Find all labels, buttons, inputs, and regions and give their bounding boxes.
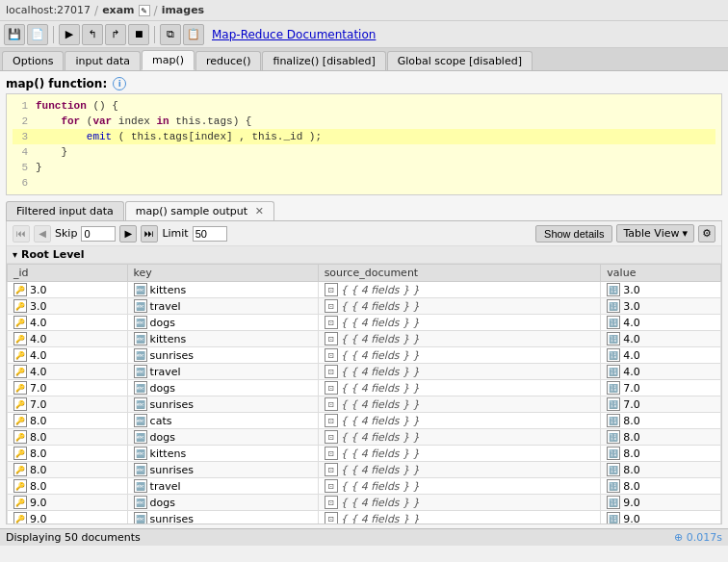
toolbar-stop-btn[interactable]: ⏹ xyxy=(128,24,149,45)
src-icon: ⊡ xyxy=(325,348,338,362)
src-icon: ⊡ xyxy=(325,299,338,313)
toolbar-save-btn[interactable]: 💾 xyxy=(4,24,25,45)
doc-icon: 🔑 xyxy=(13,365,27,378)
code-line-2: 2 for (var index in this.tags) { xyxy=(13,114,715,129)
root-level-bar: ▾ Root Level xyxy=(7,246,721,264)
data-table-container[interactable]: _id key source_document value 🔑3.0🔤kitte… xyxy=(7,264,721,524)
val-icon: 🔢 xyxy=(607,283,620,296)
collection-label: images xyxy=(162,4,205,16)
val-icon: 🔢 xyxy=(607,414,620,427)
doc-icon: 🔑 xyxy=(13,381,27,395)
toolbar-run-btn[interactable]: ▶ xyxy=(59,24,80,45)
toolbar-paste-btn[interactable]: 📋 xyxy=(183,24,204,45)
code-line-4: 4 } xyxy=(13,144,715,160)
src-icon: ⊡ xyxy=(325,283,338,296)
val-icon: 🔢 xyxy=(607,430,620,444)
table-row: 🔑4.0🔤sunrises⊡{ { 4 fields } }🔢4.0 xyxy=(8,347,721,364)
main-content: map() function: i 1 function () { 2 for … xyxy=(0,71,728,528)
code-line-1: 1 function () { xyxy=(13,98,715,114)
gear-button[interactable]: ⚙ xyxy=(698,225,715,243)
expand-icon[interactable]: ▾ xyxy=(13,249,17,260)
key-icon: 🔤 xyxy=(134,447,147,460)
next-page-btn[interactable]: ▶ xyxy=(119,225,137,243)
table-row: 🔑4.0🔤kittens⊡{ { 4 fields } }🔢4.0 xyxy=(8,331,721,347)
doc-icon: 🔑 xyxy=(13,299,27,313)
col-header-value[interactable]: value xyxy=(601,265,721,282)
tab-options[interactable]: Options xyxy=(2,51,64,70)
data-table: _id key source_document value 🔑3.0🔤kitte… xyxy=(7,264,721,524)
src-icon: ⊡ xyxy=(325,316,338,329)
last-page-btn[interactable]: ⏭ xyxy=(141,225,158,243)
val-icon: 🔢 xyxy=(607,299,620,313)
val-icon: 🔢 xyxy=(607,512,620,524)
key-icon: 🔤 xyxy=(134,332,147,345)
table-row: 🔑9.0🔤dogs⊡{ { 4 fields } }🔢9.0 xyxy=(8,495,721,511)
doc-icon: 🔑 xyxy=(13,414,27,427)
doc-icon: 🔑 xyxy=(13,447,27,460)
doc-icon: 🔑 xyxy=(13,332,27,345)
val-icon: 🔢 xyxy=(607,348,620,362)
key-icon: 🔤 xyxy=(134,283,147,296)
doc-icon: 🔑 xyxy=(13,283,27,296)
table-row: 🔑4.0🔤dogs⊡{ { 4 fields } }🔢4.0 xyxy=(8,315,721,331)
col-header-id[interactable]: _id xyxy=(8,265,128,282)
doc-icon: 🔑 xyxy=(13,316,27,329)
first-page-btn[interactable]: ⏮ xyxy=(13,225,30,243)
code-editor[interactable]: 1 function () { 2 for (var index in this… xyxy=(6,93,722,195)
limit-input[interactable] xyxy=(193,226,227,242)
info-icon[interactable]: i xyxy=(113,77,126,90)
toolbar-fwd-btn[interactable]: ↱ xyxy=(105,24,126,45)
val-icon: 🔢 xyxy=(607,397,620,411)
val-icon: 🔢 xyxy=(607,447,620,460)
tab-global-scope[interactable]: Global scope [disabled] xyxy=(387,51,533,70)
src-icon: ⊡ xyxy=(325,397,338,411)
table-row: 🔑7.0🔤dogs⊡{ { 4 fields } }🔢7.0 xyxy=(8,380,721,396)
toolbar-new-btn[interactable]: 📄 xyxy=(27,24,48,45)
table-row: 🔑4.0🔤travel⊡{ { 4 fields } }🔢4.0 xyxy=(8,364,721,380)
db-edit-icon[interactable]: ✎ xyxy=(139,5,150,16)
results-toolbar: ⏮ ◀ Skip ▶ ⏭ Limit Show details Table Vi… xyxy=(7,221,721,246)
table-row: 🔑8.0🔤dogs⊡{ { 4 fields } }🔢8.0 xyxy=(8,429,721,446)
src-icon: ⊡ xyxy=(325,365,338,378)
show-details-button[interactable]: Show details xyxy=(535,225,612,243)
tab-input-data[interactable]: input data xyxy=(65,51,141,70)
src-icon: ⊡ xyxy=(325,430,338,444)
val-icon: 🔢 xyxy=(607,381,620,395)
prev-page-btn[interactable]: ◀ xyxy=(34,225,51,243)
status-bar: Displaying 50 documents ⊕ 0.017s xyxy=(0,528,728,546)
col-header-key[interactable]: key xyxy=(127,265,318,282)
table-view-button[interactable]: Table View ▾ xyxy=(616,224,694,243)
toolbar-copy-btn[interactable]: ⧉ xyxy=(160,24,181,45)
table-row: 🔑7.0🔤sunrises⊡{ { 4 fields } }🔢7.0 xyxy=(8,396,721,413)
val-icon: 🔢 xyxy=(607,332,620,345)
key-icon: 🔤 xyxy=(134,316,147,329)
src-icon: ⊡ xyxy=(325,512,338,524)
key-icon: 🔤 xyxy=(134,479,147,493)
subtab-filtered-input[interactable]: Filtered input data xyxy=(6,201,124,220)
subtab-map-output[interactable]: map() sample output ✕ xyxy=(125,201,274,220)
main-tabs: Options input data map() reduce() finali… xyxy=(0,48,728,71)
skip-input[interactable] xyxy=(81,226,116,242)
src-icon: ⊡ xyxy=(325,332,338,345)
src-icon: ⊡ xyxy=(325,381,338,395)
tab-finalize[interactable]: finalize() [disabled] xyxy=(262,51,385,70)
subtabs-row: Filtered input data map() sample output … xyxy=(6,201,722,221)
doc-icon: 🔑 xyxy=(13,463,27,476)
doc-icon: 🔑 xyxy=(13,397,27,411)
subtab-close-icon[interactable]: ✕ xyxy=(255,205,264,217)
table-row: 🔑8.0🔤cats⊡{ { 4 fields } }🔢8.0 xyxy=(8,413,721,429)
table-view-label: Table View xyxy=(623,227,679,240)
key-icon: 🔤 xyxy=(134,397,147,411)
src-icon: ⊡ xyxy=(325,447,338,460)
tab-reduce[interactable]: reduce() xyxy=(195,51,261,70)
skip-label: Skip xyxy=(55,227,77,240)
toolbar-back-btn[interactable]: ↰ xyxy=(82,24,103,45)
val-icon: 🔢 xyxy=(607,316,620,329)
val-icon: 🔢 xyxy=(607,365,620,378)
col-header-source[interactable]: source_document xyxy=(318,265,601,282)
map-reduce-doc-link[interactable]: Map-Reduce Documentation xyxy=(212,28,376,41)
code-line-5: 5 } xyxy=(13,160,715,175)
code-line-6: 6 xyxy=(13,175,715,191)
tab-map[interactable]: map() xyxy=(142,50,195,70)
val-icon: 🔢 xyxy=(607,463,620,476)
